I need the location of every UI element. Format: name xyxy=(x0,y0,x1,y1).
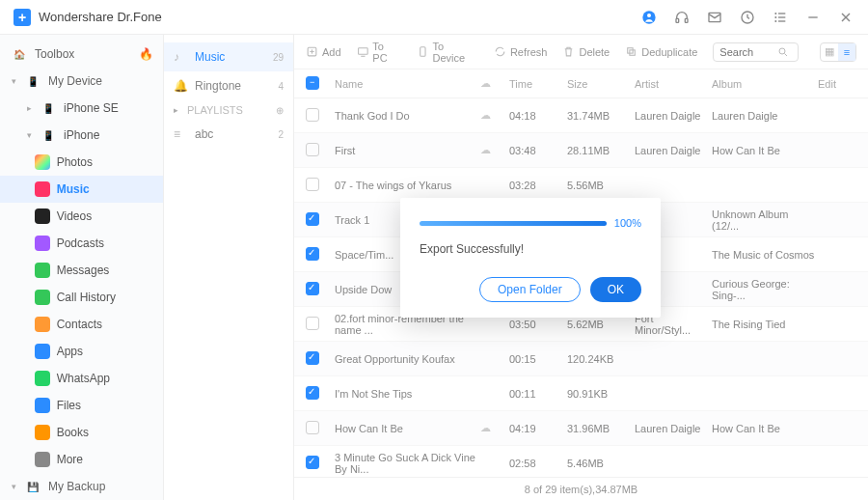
sidebar-item-iphone[interactable]: ▾📱iPhone xyxy=(0,122,163,149)
sidebar-item-call-history[interactable]: Call History xyxy=(0,284,163,311)
sidebar-item-music[interactable]: Music xyxy=(0,176,163,203)
table-row[interactable]: Thank God I Do ☁ 04:18 31.74MB Lauren Da… xyxy=(294,98,868,133)
category-music[interactable]: ♪Music29 xyxy=(164,42,293,71)
sidebar-item-apps[interactable]: Apps xyxy=(0,338,163,365)
minimize-icon[interactable] xyxy=(804,9,822,26)
column-size[interactable]: Size xyxy=(567,78,635,90)
cell-time: 04:19 xyxy=(509,423,567,434)
svg-point-1 xyxy=(647,14,651,17)
photos-icon xyxy=(35,154,50,170)
cell-size: 90.91KB xyxy=(567,388,635,400)
whatsapp-icon xyxy=(35,371,50,386)
backup-icon: 💾 xyxy=(25,479,41,494)
chevron-right-icon: ▸ xyxy=(27,103,37,113)
cell-time: 00:15 xyxy=(509,353,567,365)
table-row[interactable]: How Can It Be ☁ 04:19 31.96MB Lauren Dai… xyxy=(294,411,868,446)
delete-button[interactable]: Delete xyxy=(562,45,610,58)
column-artist[interactable]: Artist xyxy=(635,78,712,90)
menu-icon[interactable] xyxy=(772,9,789,26)
sidebar-item-books[interactable]: Books xyxy=(0,419,163,446)
refresh-button[interactable]: Refresh xyxy=(494,45,548,58)
chevron-down-icon: ▾ xyxy=(12,76,21,86)
add-button[interactable]: Add xyxy=(306,45,341,58)
svg-rect-9 xyxy=(778,16,785,17)
svg-point-8 xyxy=(774,16,776,18)
sidebar-item-whatsapp[interactable]: WhatsApp xyxy=(0,365,163,392)
sidebar-item-messages[interactable]: Messages xyxy=(0,257,163,284)
sidebar-item-photos[interactable]: Photos xyxy=(0,149,163,176)
row-checkbox[interactable] xyxy=(306,108,319,122)
table-row[interactable]: 3 Minute Go Suck A Dick Vine By Ni... 02… xyxy=(294,446,868,477)
cell-time: 02:58 xyxy=(509,458,567,469)
select-all-checkbox[interactable]: − xyxy=(306,76,319,90)
phone-icon: 📱 xyxy=(41,127,56,143)
cell-time: 03:48 xyxy=(509,145,567,156)
category-ringtone[interactable]: 🔔Ringtone4 xyxy=(164,71,293,100)
app-title: Wondershare Dr.Fone xyxy=(39,10,162,24)
cell-time: 04:18 xyxy=(509,110,567,122)
add-playlist-icon[interactable]: ⊕ xyxy=(276,105,284,116)
cell-artist: Lauren Daigle xyxy=(635,145,712,156)
to-device-button[interactable]: To Device xyxy=(417,41,478,64)
mail-icon[interactable] xyxy=(706,9,723,26)
svg-rect-20 xyxy=(420,47,424,57)
cell-artist: Lauren Daigle xyxy=(635,423,712,434)
list-view-icon[interactable]: ≡ xyxy=(838,43,855,61)
column-time[interactable]: Time xyxy=(509,78,567,90)
sidebar-item-my-backup[interactable]: ▾💾My Backup xyxy=(0,473,163,500)
sidebar-item-videos[interactable]: Videos xyxy=(0,203,163,230)
svg-rect-11 xyxy=(778,20,785,21)
cell-name: First xyxy=(335,145,480,156)
view-toggle[interactable]: ▦≡ xyxy=(820,42,856,62)
sidebar-item-contacts[interactable]: Contacts xyxy=(0,311,163,338)
table-row[interactable]: Great Opportunity Koufax 00:15 120.24KB xyxy=(294,342,868,376)
to-pc-button[interactable]: To PC xyxy=(357,41,401,64)
cell-cloud: ☁ xyxy=(480,422,509,434)
column-name[interactable]: Name xyxy=(335,78,480,90)
cell-album: Lauren Daigle xyxy=(712,110,818,122)
svg-point-23 xyxy=(779,48,785,54)
sidebar-item-toolbox[interactable]: 🏠Toolbox🔥 xyxy=(0,41,163,68)
search-box[interactable] xyxy=(713,42,799,62)
search-input[interactable] xyxy=(719,46,777,58)
close-icon[interactable] xyxy=(837,9,854,26)
sidebar-item-files[interactable]: Files xyxy=(0,392,163,419)
table-row[interactable]: I'm Not She Tips 00:11 90.91KB xyxy=(294,376,868,411)
cell-size: 120.24KB xyxy=(567,353,635,365)
row-checkbox[interactable] xyxy=(306,282,319,295)
open-folder-button[interactable]: Open Folder xyxy=(479,277,581,302)
cell-cloud: ☁ xyxy=(480,144,509,156)
grid-view-icon[interactable]: ▦ xyxy=(821,43,838,61)
deduplicate-button[interactable]: Deduplicate xyxy=(625,45,697,58)
row-checkbox[interactable] xyxy=(306,351,319,365)
cell-name: Thank God I Do xyxy=(335,110,480,122)
row-checkbox[interactable] xyxy=(306,247,319,261)
sidebar-item-podcasts[interactable]: Podcasts xyxy=(0,230,163,257)
row-checkbox[interactable] xyxy=(306,456,319,469)
svg-line-24 xyxy=(785,53,788,56)
row-checkbox[interactable] xyxy=(306,317,319,330)
sidebar-item-iphone-se[interactable]: ▸📱iPhone SE xyxy=(0,95,163,122)
row-checkbox[interactable] xyxy=(306,178,319,191)
progress-percent: 100% xyxy=(614,217,641,229)
podcasts-icon xyxy=(35,236,50,251)
sidebar-item-my-device[interactable]: ▾📱My Device xyxy=(0,68,163,95)
category-column: ♪Music29 🔔Ringtone4 ▸PLAYLISTS⊕ ≡abc2 xyxy=(164,35,294,500)
column-album[interactable]: Album xyxy=(712,78,818,90)
headset-icon[interactable] xyxy=(673,9,691,26)
cell-cloud: ☁ xyxy=(480,109,509,122)
account-icon[interactable] xyxy=(640,9,658,26)
table-row[interactable]: First ☁ 03:48 28.11MB Lauren Daigle How … xyxy=(294,133,868,168)
playlist-abc[interactable]: ≡abc2 xyxy=(164,120,293,149)
books-icon xyxy=(35,425,50,440)
sidebar-item-more[interactable]: More xyxy=(0,446,163,473)
phone-icon: 📱 xyxy=(41,100,56,116)
row-checkbox[interactable] xyxy=(306,212,319,226)
svg-rect-3 xyxy=(685,18,688,22)
toolbar: Add To PC To Device Refresh Delete Dedup… xyxy=(294,35,868,69)
row-checkbox[interactable] xyxy=(306,386,319,400)
row-checkbox[interactable] xyxy=(306,421,319,434)
history-icon[interactable] xyxy=(739,9,756,26)
row-checkbox[interactable] xyxy=(306,143,319,156)
ok-button[interactable]: OK xyxy=(590,277,641,302)
